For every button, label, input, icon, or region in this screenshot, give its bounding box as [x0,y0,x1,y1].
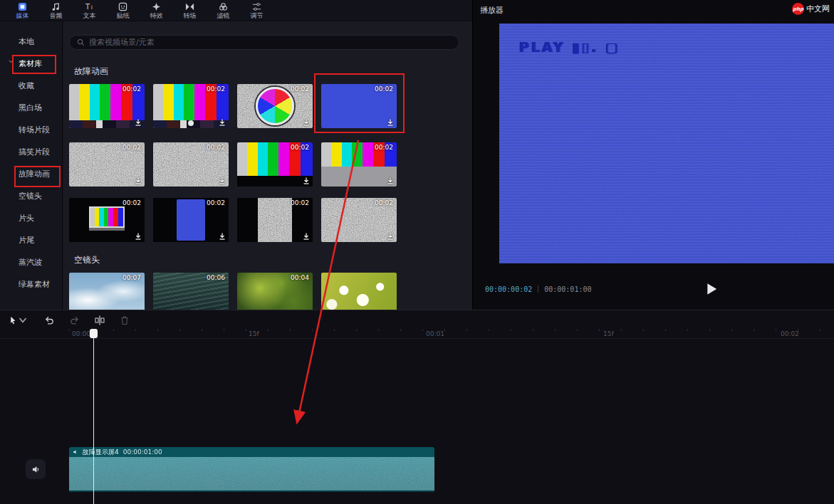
sidebar-item-outro[interactable]: 片尾 [0,229,62,251]
asset-thumbnail-selected[interactable]: 00:02 [321,84,397,128]
redo-button[interactable] [70,315,81,325]
sidebar-item-glitch-animation[interactable]: 故障动画 [0,163,62,185]
asset-thumbnail[interactable]: 00:02 [69,198,145,242]
clip-header: 故障显示屏4 00:00:01:00 [69,447,434,457]
asset-thumbnail[interactable]: 00:06 [153,273,229,310]
play-button[interactable] [704,282,719,296]
clip-name: 故障显示屏4 [83,449,119,456]
transition-bowtie-icon [185,2,194,11]
asset-thumbnail[interactable]: 00:02 [321,198,397,242]
asset-thumbnail[interactable]: 00:04 [237,273,313,310]
sidebar-item-funny-clips[interactable]: 搞笑片段 [0,141,62,163]
cursor-icon [9,315,17,325]
duration-badge: 00:02 [291,200,309,206]
download-icon[interactable] [303,119,310,126]
sidebar-item-label: 收藏 [19,80,34,91]
text-icon: TI [85,2,94,11]
sidebar-item-favorites[interactable]: 收藏 [0,75,62,97]
download-icon[interactable] [303,233,310,240]
section-title-glitch: 故障动画 [74,65,108,78]
toolbar-tab-adjust[interactable]: 调节 [240,0,273,21]
search-input[interactable] [89,38,452,47]
toolbar-tab-audio[interactable]: 音频 [39,0,73,21]
toolbar-tab-transition[interactable]: 转场 [173,0,207,21]
download-icon[interactable] [135,233,142,240]
download-icon[interactable] [219,233,226,240]
asset-thumbnail[interactable]: 00:02 [153,198,229,242]
sidebar-item-intro[interactable]: 片头 [0,207,62,229]
toolbar-tab-effects[interactable]: 特效 [140,0,173,21]
duration-badge: 00:02 [123,145,141,151]
adjust-sliders-icon [252,2,261,11]
ruler-label: 00:01 [426,331,444,337]
undo-icon [44,315,54,325]
sidebar-item-black-white[interactable]: 黑白场 [0,97,62,119]
sidebar-item-label: 片尾 [19,235,34,246]
sidebar-item-empty-shots[interactable]: 空镜头 [0,185,62,207]
playhead-line [93,329,94,504]
split-tool-button[interactable] [95,315,106,325]
download-icon[interactable] [303,177,310,184]
sidebar-item-local[interactable]: 本地 [0,31,62,53]
sidebar-item-transition-clips[interactable]: 转场片段 [0,119,62,141]
video-noise [499,23,834,263]
main-toolbar: 媒体 音频 TI 文本 贴纸 特效 转场 [0,0,472,21]
ruler-label: 15f [603,331,614,337]
redo-icon [70,315,80,325]
sidebar-item-label: 绿幕素材 [19,279,50,290]
download-icon[interactable] [219,119,226,126]
search-bar[interactable] [69,35,459,50]
asset-thumbnail[interactable]: 00:02 [237,142,313,187]
asset-thumbnail[interactable]: 00:02 [69,84,145,128]
download-icon[interactable] [219,177,226,184]
asset-thumbnail[interactable]: 00:02 [237,198,313,242]
toolbar-tab-filter[interactable]: 滤镜 [207,0,240,21]
download-icon[interactable] [135,177,142,184]
svg-text:T: T [85,3,90,11]
toolbar-tab-label: 媒体 [16,13,29,19]
download-icon[interactable] [387,119,394,126]
sidebar-item-vaporwave[interactable]: 蒸汽波 [0,251,62,273]
sidebar-item-label: 转场片段 [19,125,50,135]
toolbar-tab-label: 转场 [184,13,197,19]
chevron-down-icon [9,60,14,63]
toolbar-tab-sticker[interactable]: 贴纸 [106,0,140,21]
asset-thumbnail[interactable]: 00:02 [153,84,229,128]
sidebar-item-material-library[interactable]: 素材库 [0,53,62,75]
toolbar-tab-text[interactable]: TI 文本 [73,0,106,21]
download-icon[interactable] [387,233,394,240]
sidebar-item-greenscreen[interactable]: 绿幕素材 [0,273,62,295]
sidebar-item-label: 搞笑片段 [19,147,50,157]
download-icon[interactable] [135,119,142,126]
duration-badge: 00:02 [123,86,141,93]
timeline-clip-glitch[interactable]: 故障显示屏4 00:00:01:00 [69,447,434,492]
asset-thumbnail[interactable]: 00:02 [153,142,229,187]
asset-thumbnail[interactable]: 00:02 [69,142,145,187]
audio-icon [51,2,61,11]
blue-column [177,199,205,241]
undo-button[interactable] [44,315,56,325]
duration-badge: 00:02 [291,86,309,93]
clip-duration: 00:00:01:00 [123,449,162,456]
duration-badge: 00:02 [207,86,225,93]
delete-button[interactable] [120,315,131,325]
svg-text:I: I [91,4,93,11]
asset-thumbnail[interactable] [321,273,397,310]
download-icon[interactable] [387,177,394,184]
asset-thumbnail[interactable]: 00:02 [237,84,313,128]
select-tool-button[interactable] [9,315,27,325]
ruler-label: 00:02 [781,331,799,337]
asset-thumbnail[interactable]: 00:07 [69,273,145,310]
asset-thumbnail[interactable]: 00:02 [321,142,397,187]
sidebar-item-label: 片头 [19,213,34,224]
toolbar-tab-label: 文本 [83,13,96,19]
time-divider [538,285,538,293]
timeline-ruler[interactable]: 00:00 15f 00:01 15f 00:02 [0,329,834,339]
effects-star-icon [152,2,161,11]
toolbar-tab-label: 调节 [251,13,264,19]
track-mute-button[interactable] [26,459,46,479]
video-editor-app: 媒体 音频 TI 文本 贴纸 特效 转场 [0,0,834,504]
playhead-handle[interactable] [90,329,98,338]
toolbar-tab-media[interactable]: 媒体 [6,0,39,21]
video-preview[interactable]: PLAY ▮▯. ▢ [499,23,834,263]
